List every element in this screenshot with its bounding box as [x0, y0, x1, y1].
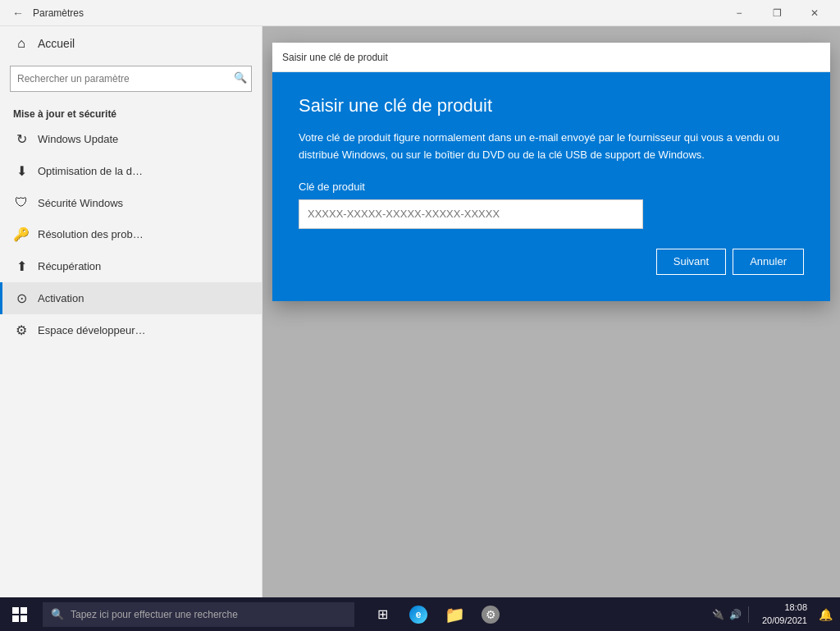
- window-controls: − ❐ ✕: [720, 0, 833, 26]
- minimize-button[interactable]: −: [720, 0, 758, 26]
- taskbar-search-placeholder: Tapez ici pour effectuer une recherche: [71, 609, 238, 620]
- sidebar-item-developpeur[interactable]: ⚙ Espace développeur…: [0, 314, 262, 346]
- settings-app-button[interactable]: ⚙: [472, 597, 509, 631]
- sidebar-item-label: Sécurité Windows: [38, 197, 123, 209]
- dialog-heading: Saisir une clé de produit: [299, 95, 804, 117]
- content-area: Activation Windows Édition Windows Serve…: [262, 26, 840, 597]
- key-icon: 🔑: [13, 226, 30, 242]
- taskbar: 🔍 Tapez ici pour effectuer une recherche…: [0, 597, 840, 631]
- sidebar-item-label: Résolution des prob…: [38, 228, 144, 240]
- sidebar-item-home[interactable]: ⌂ Accueil: [0, 26, 262, 61]
- optimisation-icon: ⬇: [13, 163, 30, 179]
- start-button[interactable]: [0, 597, 39, 631]
- sidebar-item-recuperation[interactable]: ⬆ Récupération: [0, 250, 262, 282]
- search-icon: 🔍: [234, 71, 247, 84]
- dialog-cancel-button[interactable]: Annuler: [733, 249, 804, 275]
- recovery-icon: ⬆: [13, 258, 30, 274]
- clock-time: 18:08: [762, 601, 807, 614]
- sidebar-item-activation[interactable]: ⊙ Activation: [0, 282, 262, 314]
- taskbar-search-icon: 🔍: [51, 608, 64, 620]
- task-view-icon: ⊞: [377, 606, 388, 622]
- dialog-buttons: Suivant Annuler: [299, 249, 804, 275]
- dialog-titlebar: Saisir une clé de produit: [272, 43, 830, 72]
- product-key-dialog: Saisir une clé de produit Saisir une clé…: [272, 43, 830, 301]
- main-area: ⌂ Accueil 🔍 Mise à jour et sécurité ↻ Wi…: [0, 26, 840, 597]
- sidebar-item-windows-update[interactable]: ↻ Windows Update: [0, 123, 262, 155]
- sidebar-item-label: Optimisation de la d…: [38, 165, 143, 177]
- tray-divider: [748, 606, 749, 623]
- tray-icons: 🔌 🔊: [712, 609, 742, 620]
- back-button[interactable]: ←: [7, 2, 30, 25]
- folder-icon: 📁: [445, 605, 465, 624]
- shield-icon: 🛡: [13, 195, 30, 210]
- dialog-next-button[interactable]: Suivant: [656, 249, 726, 275]
- settings-app-icon: ⚙: [482, 606, 500, 624]
- edge-app-button[interactable]: e: [400, 597, 436, 631]
- sidebar-section-title: Mise à jour et sécurité: [0, 102, 262, 123]
- home-icon: ⌂: [13, 36, 30, 51]
- taskbar-search[interactable]: 🔍 Tapez ici pour effectuer une recherche: [43, 602, 354, 627]
- sidebar-item-label: Espace développeur…: [38, 324, 146, 336]
- taskbar-apps: ⊞ e 📁 ⚙: [364, 597, 509, 631]
- sidebar-search-container: 🔍: [10, 66, 252, 92]
- restore-button[interactable]: ❐: [758, 0, 796, 26]
- dialog-body: Saisir une clé de produit Votre clé de p…: [272, 72, 830, 301]
- notification-icon: 🔔: [819, 608, 833, 621]
- taskbar-clock[interactable]: 18:08 20/09/2021: [756, 601, 814, 627]
- sidebar-item-label: Activation: [38, 292, 84, 304]
- sidebar-home-label: Accueil: [38, 37, 75, 50]
- windows-logo-icon: [12, 607, 27, 622]
- sidebar-item-securite[interactable]: 🛡 Sécurité Windows: [0, 187, 262, 218]
- clock-date: 20/09/2021: [762, 615, 807, 627]
- volume-icon[interactable]: 🔊: [729, 609, 742, 620]
- dialog-description: Votre clé de produit figure normalement …: [299, 130, 804, 164]
- taskbar-tray: 🔌 🔊 18:08 20/09/2021 🔔: [712, 597, 840, 631]
- titlebar: ← Paramètres − ❐ ✕: [0, 0, 840, 26]
- network-icon[interactable]: 🔌: [712, 609, 724, 620]
- developer-icon: ⚙: [13, 322, 30, 338]
- dialog-titlebar-title: Saisir une clé de produit: [282, 52, 388, 63]
- notification-button[interactable]: 🔔: [817, 597, 833, 631]
- sidebar-item-label: Récupération: [38, 260, 101, 272]
- file-explorer-button[interactable]: 📁: [436, 597, 472, 631]
- task-view-button[interactable]: ⊞: [364, 597, 400, 631]
- sidebar-item-label: Windows Update: [38, 133, 118, 145]
- activation-icon: ⊙: [13, 290, 30, 306]
- product-key-input[interactable]: [299, 199, 643, 229]
- close-button[interactable]: ✕: [796, 0, 833, 26]
- dialog-overlay: Saisir une clé de produit Saisir une clé…: [262, 26, 840, 597]
- sidebar-item-optimisation[interactable]: ⬇ Optimisation de la d…: [0, 155, 262, 187]
- search-input[interactable]: [10, 66, 252, 92]
- edge-icon: e: [409, 606, 427, 624]
- titlebar-title: Paramètres: [33, 7, 84, 19]
- sidebar-item-resolution[interactable]: 🔑 Résolution des prob…: [0, 218, 262, 250]
- windows-update-icon: ↻: [13, 131, 30, 147]
- dialog-input-label: Clé de produit: [299, 181, 804, 193]
- sidebar: ⌂ Accueil 🔍 Mise à jour et sécurité ↻ Wi…: [0, 26, 262, 597]
